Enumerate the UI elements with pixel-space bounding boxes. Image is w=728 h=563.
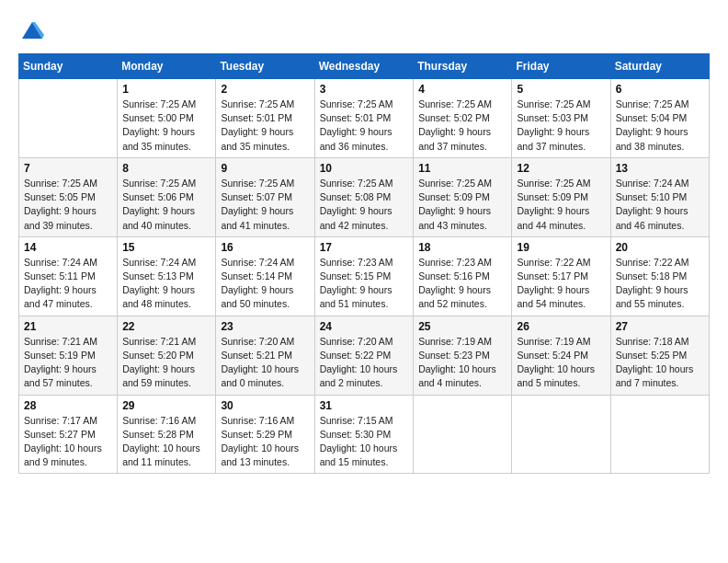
calendar-day-header: Sunday [19, 54, 118, 79]
day-info: Sunrise: 7:20 AM Sunset: 5:22 PM Dayligh… [320, 335, 409, 391]
calendar-cell: 9Sunrise: 7:25 AM Sunset: 5:07 PM Daylig… [216, 157, 314, 236]
day-info: Sunrise: 7:25 AM Sunset: 5:02 PM Dayligh… [418, 98, 506, 154]
day-number: 7 [24, 162, 112, 175]
day-number: 31 [320, 399, 409, 412]
calendar-cell: 18Sunrise: 7:23 AM Sunset: 5:16 PM Dayli… [414, 236, 512, 316]
calendar-day-header: Thursday [414, 54, 512, 79]
day-info: Sunrise: 7:18 AM Sunset: 5:25 PM Dayligh… [616, 335, 704, 391]
day-info: Sunrise: 7:22 AM Sunset: 5:17 PM Dayligh… [517, 256, 605, 312]
day-number: 12 [517, 162, 605, 175]
calendar-cell: 14Sunrise: 7:24 AM Sunset: 5:11 PM Dayli… [19, 236, 118, 316]
day-number: 1 [122, 83, 210, 96]
calendar-cell: 27Sunrise: 7:18 AM Sunset: 5:25 PM Dayli… [610, 316, 709, 395]
day-info: Sunrise: 7:25 AM Sunset: 5:08 PM Dayligh… [320, 177, 409, 233]
day-number: 9 [221, 162, 309, 175]
day-number: 14 [24, 241, 112, 254]
day-info: Sunrise: 7:22 AM Sunset: 5:18 PM Dayligh… [616, 256, 704, 312]
calendar-cell: 30Sunrise: 7:16 AM Sunset: 5:29 PM Dayli… [216, 395, 314, 474]
logo-text [18, 18, 44, 42]
day-info: Sunrise: 7:25 AM Sunset: 5:03 PM Dayligh… [517, 98, 605, 154]
calendar-cell: 29Sunrise: 7:16 AM Sunset: 5:28 PM Dayli… [118, 395, 216, 474]
calendar-cell: 13Sunrise: 7:24 AM Sunset: 5:10 PM Dayli… [610, 157, 709, 236]
day-number: 13 [616, 162, 704, 175]
calendar-cell: 2Sunrise: 7:25 AM Sunset: 5:01 PM Daylig… [216, 79, 314, 158]
calendar-cell: 17Sunrise: 7:23 AM Sunset: 5:15 PM Dayli… [314, 236, 414, 316]
calendar-header-row: SundayMondayTuesdayWednesdayThursdayFrid… [19, 54, 710, 79]
day-number: 16 [221, 241, 309, 254]
day-info: Sunrise: 7:21 AM Sunset: 5:20 PM Dayligh… [122, 335, 210, 391]
calendar-day-header: Tuesday [216, 54, 314, 79]
day-info: Sunrise: 7:25 AM Sunset: 5:07 PM Dayligh… [221, 177, 309, 233]
day-info: Sunrise: 7:16 AM Sunset: 5:29 PM Dayligh… [221, 414, 309, 470]
day-number: 10 [320, 162, 409, 175]
day-info: Sunrise: 7:23 AM Sunset: 5:16 PM Dayligh… [418, 256, 506, 312]
logo-icon [20, 18, 44, 42]
calendar-cell [512, 395, 610, 474]
day-info: Sunrise: 7:15 AM Sunset: 5:30 PM Dayligh… [320, 414, 409, 470]
calendar-day-header: Monday [118, 54, 216, 79]
calendar-cell: 3Sunrise: 7:25 AM Sunset: 5:01 PM Daylig… [314, 79, 414, 158]
calendar-cell: 25Sunrise: 7:19 AM Sunset: 5:23 PM Dayli… [414, 316, 512, 395]
day-number: 18 [418, 241, 506, 254]
calendar-cell: 8Sunrise: 7:25 AM Sunset: 5:06 PM Daylig… [118, 157, 216, 236]
day-info: Sunrise: 7:24 AM Sunset: 5:13 PM Dayligh… [122, 256, 210, 312]
page-header [18, 18, 710, 42]
calendar-cell: 1Sunrise: 7:25 AM Sunset: 5:00 PM Daylig… [118, 79, 216, 158]
day-number: 11 [418, 162, 506, 175]
day-number: 8 [122, 162, 210, 175]
calendar-table: SundayMondayTuesdayWednesdayThursdayFrid… [18, 53, 710, 474]
day-number: 2 [221, 83, 309, 96]
day-number: 3 [320, 83, 409, 96]
calendar-cell: 31Sunrise: 7:15 AM Sunset: 5:30 PM Dayli… [314, 395, 414, 474]
day-number: 29 [122, 399, 210, 412]
day-number: 23 [221, 320, 309, 333]
day-info: Sunrise: 7:24 AM Sunset: 5:11 PM Dayligh… [24, 256, 112, 312]
calendar-week-row: 1Sunrise: 7:25 AM Sunset: 5:00 PM Daylig… [19, 79, 710, 158]
calendar-cell: 7Sunrise: 7:25 AM Sunset: 5:05 PM Daylig… [19, 157, 118, 236]
calendar-body: 1Sunrise: 7:25 AM Sunset: 5:00 PM Daylig… [19, 79, 710, 474]
day-number: 24 [320, 320, 409, 333]
calendar-week-row: 21Sunrise: 7:21 AM Sunset: 5:19 PM Dayli… [19, 316, 710, 395]
day-number: 25 [418, 320, 506, 333]
day-info: Sunrise: 7:19 AM Sunset: 5:24 PM Dayligh… [517, 335, 605, 391]
logo [18, 18, 42, 42]
calendar-cell [414, 395, 512, 474]
day-info: Sunrise: 7:25 AM Sunset: 5:09 PM Dayligh… [418, 177, 506, 233]
calendar-cell: 10Sunrise: 7:25 AM Sunset: 5:08 PM Dayli… [314, 157, 414, 236]
calendar-cell: 6Sunrise: 7:25 AM Sunset: 5:04 PM Daylig… [610, 79, 709, 158]
day-number: 27 [616, 320, 704, 333]
day-info: Sunrise: 7:25 AM Sunset: 5:01 PM Dayligh… [320, 98, 409, 154]
day-info: Sunrise: 7:23 AM Sunset: 5:15 PM Dayligh… [320, 256, 409, 312]
calendar-cell: 15Sunrise: 7:24 AM Sunset: 5:13 PM Dayli… [118, 236, 216, 316]
day-number: 5 [517, 83, 605, 96]
day-info: Sunrise: 7:16 AM Sunset: 5:28 PM Dayligh… [122, 414, 210, 470]
calendar-day-header: Wednesday [314, 54, 414, 79]
day-number: 17 [320, 241, 409, 254]
calendar-week-row: 7Sunrise: 7:25 AM Sunset: 5:05 PM Daylig… [19, 157, 710, 236]
day-number: 30 [221, 399, 309, 412]
calendar-cell: 24Sunrise: 7:20 AM Sunset: 5:22 PM Dayli… [314, 316, 414, 395]
day-number: 6 [616, 83, 704, 96]
calendar-day-header: Friday [512, 54, 610, 79]
calendar-cell: 23Sunrise: 7:20 AM Sunset: 5:21 PM Dayli… [216, 316, 314, 395]
calendar-cell [19, 79, 118, 158]
day-number: 19 [517, 241, 605, 254]
calendar-cell: 28Sunrise: 7:17 AM Sunset: 5:27 PM Dayli… [19, 395, 118, 474]
day-number: 4 [418, 83, 506, 96]
day-info: Sunrise: 7:24 AM Sunset: 5:14 PM Dayligh… [221, 256, 309, 312]
calendar-cell: 22Sunrise: 7:21 AM Sunset: 5:20 PM Dayli… [118, 316, 216, 395]
calendar-week-row: 14Sunrise: 7:24 AM Sunset: 5:11 PM Dayli… [19, 236, 710, 316]
day-info: Sunrise: 7:25 AM Sunset: 5:00 PM Dayligh… [122, 98, 210, 154]
day-number: 26 [517, 320, 605, 333]
day-info: Sunrise: 7:25 AM Sunset: 5:06 PM Dayligh… [122, 177, 210, 233]
day-info: Sunrise: 7:25 AM Sunset: 5:01 PM Dayligh… [221, 98, 309, 154]
day-number: 15 [122, 241, 210, 254]
day-info: Sunrise: 7:25 AM Sunset: 5:04 PM Dayligh… [616, 98, 704, 154]
calendar-cell: 19Sunrise: 7:22 AM Sunset: 5:17 PM Dayli… [512, 236, 610, 316]
calendar-cell: 16Sunrise: 7:24 AM Sunset: 5:14 PM Dayli… [216, 236, 314, 316]
calendar-cell: 5Sunrise: 7:25 AM Sunset: 5:03 PM Daylig… [512, 79, 610, 158]
day-info: Sunrise: 7:20 AM Sunset: 5:21 PM Dayligh… [221, 335, 309, 391]
calendar-cell: 26Sunrise: 7:19 AM Sunset: 5:24 PM Dayli… [512, 316, 610, 395]
calendar-cell: 12Sunrise: 7:25 AM Sunset: 5:09 PM Dayli… [512, 157, 610, 236]
day-number: 28 [24, 399, 112, 412]
